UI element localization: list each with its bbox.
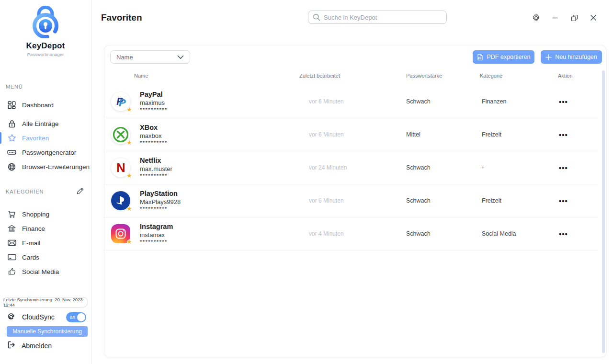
row-actions-button[interactable]: •••	[558, 230, 598, 238]
plus-icon	[545, 54, 552, 60]
cart-icon	[7, 210, 16, 219]
entry-strength: Schwach	[406, 98, 480, 105]
add-entry-label: Neu hinzufügen	[555, 54, 597, 60]
entry-last-edited: vor 4 Minuten	[299, 230, 406, 237]
sidebar-item-label: Shopping	[22, 211, 49, 218]
entries-table: P P ★ PayPal maximus ********** vor 6 Mi…	[104, 85, 598, 250]
restore-window-icon[interactable]	[569, 12, 579, 23]
entry-last-edited: vor 6 Minuten	[299, 131, 406, 138]
entry-strength: Schwach	[406, 164, 480, 171]
table-row-netflix[interactable]: N ★ Netflix max.muster ********** vor 24…	[104, 151, 598, 184]
toggle-state-label: an	[70, 315, 75, 320]
sidebar-item-dashboard[interactable]: Dashboard	[0, 98, 91, 112]
sidebar-item-label: Finance	[22, 225, 45, 232]
sidebar-item-label: Passwortgenerator	[22, 149, 76, 156]
favorite-star-badge: ★	[126, 205, 132, 212]
pdf-export-button[interactable]: PDF exportieren	[473, 50, 534, 64]
entry-password-mask: **********	[140, 173, 299, 179]
cloud-sync-icon	[7, 312, 16, 322]
sidebar-category-cards[interactable]: Cards	[0, 250, 91, 264]
keydepot-window: KeyDepot Passwortmanager MENÜ Dashboard	[0, 0, 613, 364]
app-name: KeyDepot	[0, 41, 91, 51]
entry-username: maxbox	[140, 132, 299, 139]
sidebar-category-social-media[interactable]: Social Media	[0, 264, 91, 279]
sidebar-item-label: Social Media	[22, 268, 59, 275]
add-entry-button[interactable]: Neu hinzufügen	[541, 50, 602, 64]
page-title: Favoriten	[101, 12, 142, 23]
entry-name: Netflix	[140, 157, 299, 164]
minimize-icon[interactable]	[550, 12, 560, 23]
entry-last-edited: vor 6 Minuten	[299, 197, 406, 204]
search-box	[308, 11, 447, 24]
sort-dropdown[interactable]: Name	[110, 50, 190, 64]
table-row-xbox[interactable]: ★ XBox maxbox ********** vor 6 Minuten M…	[104, 118, 598, 151]
globe-icon	[7, 162, 16, 171]
column-header-strength: Passwortstärke	[406, 73, 480, 80]
entry-name: XBox	[140, 124, 299, 131]
settings-gear-icon[interactable]	[531, 12, 541, 23]
cloudsync-row: CloudSync an	[0, 311, 91, 323]
entry-password-mask: **********	[140, 107, 299, 113]
dashboard-icon	[7, 101, 16, 110]
vertical-scrollbar[interactable]	[602, 70, 605, 353]
entry-password-mask: **********	[140, 140, 299, 146]
thumbs-up-icon	[7, 267, 16, 276]
chevron-down-icon	[177, 54, 184, 61]
instagram-icon: ★	[111, 224, 130, 243]
favorite-star-badge: ★	[126, 172, 132, 179]
edit-categories-icon[interactable]	[77, 187, 84, 196]
app-logo: KeyDepot Passwortmanager	[0, 6, 91, 57]
xbox-icon: ★	[111, 125, 130, 144]
cloudsync-toggle[interactable]: an	[66, 312, 86, 322]
sidebar-item-label: Favoriten	[22, 135, 49, 142]
favorite-star-badge: ★	[126, 139, 132, 146]
sidebar-item-alle-eintraege[interactable]: Alle Einträge	[0, 116, 91, 131]
entry-strength: Mittel	[406, 131, 480, 138]
table-row-instagram[interactable]: ★ Instagram instamax ********** vor 4 Mi…	[104, 217, 598, 250]
categories-menu: Shopping Finance E-mail	[0, 207, 91, 279]
sidebar-category-email[interactable]: E-mail	[0, 236, 91, 250]
entry-category: Social Media	[480, 230, 558, 237]
entry-username: MaxPlays9928	[140, 198, 299, 205]
sidebar-item-passwortgenerator[interactable]: Passwortgenerator	[0, 145, 91, 159]
table-row-paypal[interactable]: P P ★ PayPal maximus ********** vor 6 Mi…	[104, 85, 598, 118]
entry-name: PayPal	[140, 91, 299, 98]
entry-password-mask: **********	[140, 206, 299, 212]
credit-card-icon	[7, 253, 16, 262]
lock-icon	[7, 119, 16, 128]
row-actions-button[interactable]: •••	[558, 98, 598, 106]
star-icon	[7, 134, 16, 143]
manual-sync-button[interactable]: Manuelle Synchronisierung	[7, 326, 88, 337]
password-dots-icon	[7, 148, 16, 157]
pdf-icon	[477, 54, 483, 61]
search-input[interactable]	[324, 14, 446, 21]
logout-button[interactable]: Abmelden	[0, 340, 91, 352]
row-actions-button[interactable]: •••	[558, 197, 598, 205]
entry-username: instamax	[140, 231, 299, 239]
table-row-playstation[interactable]: ★ PlayStation MaxPlays9928 ********** vo…	[104, 184, 598, 217]
sidebar-item-label: Alle Einträge	[22, 120, 59, 127]
sidebar-item-label: Cards	[22, 254, 39, 261]
close-icon[interactable]	[588, 12, 599, 23]
pdf-export-label: PDF exportieren	[487, 54, 530, 60]
entry-username: maximus	[140, 99, 299, 106]
mail-icon	[7, 239, 16, 248]
entry-last-edited: vor 24 Minuten	[299, 164, 406, 171]
sidebar-item-label: Dashboard	[22, 102, 54, 109]
menu-section-label: MENÜ	[6, 84, 23, 90]
row-actions-button[interactable]: •••	[558, 164, 598, 172]
toggle-knob	[77, 313, 85, 321]
row-actions-button[interactable]: •••	[558, 131, 598, 139]
sidebar-item-favoriten[interactable]: Favoriten	[0, 131, 91, 145]
column-header-category: Kategorie	[480, 73, 558, 80]
sidebar-category-finance[interactable]: Finance	[0, 221, 91, 236]
entry-strength: Schwach	[406, 197, 480, 204]
column-header-action: Aktion	[558, 73, 598, 80]
sidebar-item-browser-erweiterungen[interactable]: Browser-Erweiterungen	[0, 159, 91, 174]
favorite-star-badge: ★	[126, 106, 132, 113]
sidebar-item-label: E-mail	[22, 239, 40, 247]
entry-password-mask: **********	[140, 239, 299, 245]
svg-text:P: P	[119, 97, 126, 108]
entry-category: -	[480, 164, 558, 171]
sidebar-category-shopping[interactable]: Shopping	[0, 207, 91, 221]
